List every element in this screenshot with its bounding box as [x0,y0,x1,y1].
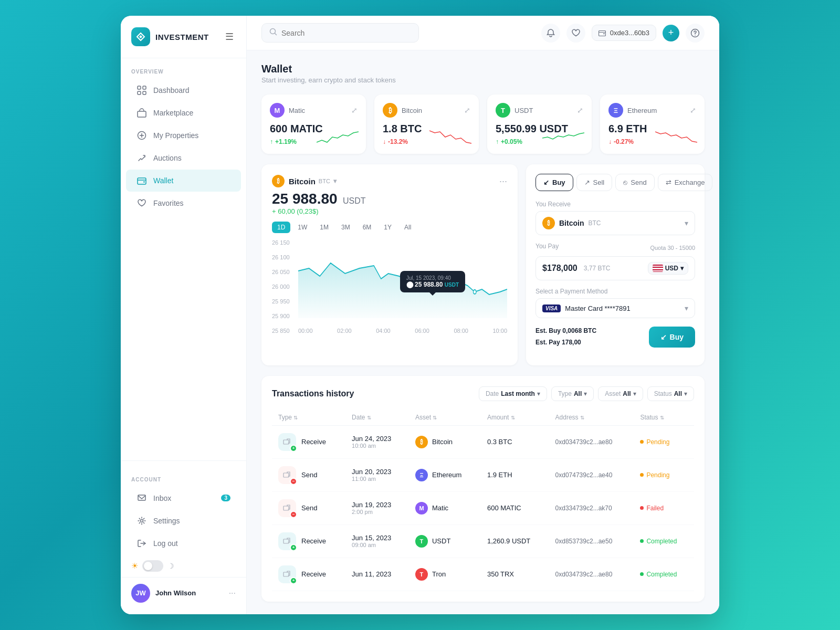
favorites-button[interactable] [566,24,585,43]
table-row: − Send Jun 19, 2023 2:00 pm M Matic 600 … [272,491,694,524]
receive-coin-symbol: BTC [588,219,601,227]
col-date: Date ⇅ [345,410,409,426]
expand-icon[interactable]: ⤢ [690,106,696,114]
tx-date: Jun 19, 2023 [352,501,403,509]
expand-icon[interactable]: ⤢ [351,106,358,114]
tx-date-cell: Jun 15, 2023 09:00 am [345,524,409,558]
tx-amount-cell: 0.3 BTC [481,425,549,458]
payment-method-selector[interactable]: VISA Master Card ****7891 ▾ [536,298,695,318]
trade-card: ↙ Buy ↗ Sell ⎋ Send ⇄ Ex [526,164,705,365]
tx-time: 09:00 am [352,542,403,548]
logout-icon [136,538,147,549]
currency-selector[interactable]: USD ▾ [648,262,688,275]
search-input[interactable] [281,29,411,37]
send-tab[interactable]: ⎋ Send [615,174,654,191]
chevron-down-icon: ▾ [685,304,688,312]
sell-tab[interactable]: ↗ Sell [576,174,613,191]
period-1w[interactable]: 1W [292,222,312,233]
tx-date: Jun 11, 2023 [352,570,403,578]
wallet-address-text: 0xde3...60b3 [610,29,649,37]
filter-type-button[interactable]: Type All ▾ [551,386,594,401]
est-row: Est. Buy 0,0068 BTC Est. Pay 178,00 ↙ Bu… [536,326,695,348]
usdt-icon: T [496,103,510,118]
period-1y[interactable]: 1Y [379,222,397,233]
help-button[interactable] [686,24,705,43]
expand-icon[interactable]: ⤢ [464,106,470,114]
pay-btc: 3,77 BTC [584,265,611,272]
tx-status-cell: Pending [634,458,694,491]
sidebar-item-settings[interactable]: Settings [126,510,241,532]
tx-type-label: Receive [301,570,326,578]
chart-more-icon[interactable]: ··· [499,176,507,187]
col-address: Address ⇅ [549,410,634,426]
tx-date: Jun 15, 2023 [352,534,403,542]
sun-icon: ☀ [131,561,138,571]
coin-selector[interactable]: Bitcoin BTC ▾ [289,177,337,186]
period-1d[interactable]: 1D [272,222,290,233]
avatar: JW [131,584,150,603]
table-row: − Send Jun 20, 2023 11:00 am Ξ Ethereum … [272,458,694,491]
tx-asset-icon: ₿ [415,436,428,448]
tx-direction-badge: + [290,544,297,551]
account-section: ACCOUNT Inbox 3 Settings Log out [121,460,246,614]
svg-rect-19 [284,539,289,543]
chart-change: + 60,00 (0,23$) [272,207,507,215]
sidebar-item-label: Marketplace [153,109,193,117]
sidebar-item-my-properties[interactable]: My Properties [126,124,241,146]
tx-type-cell: − Send [272,458,345,491]
sidebar-item-auctions[interactable]: Auctions [126,147,241,169]
filter-asset-button[interactable]: Asset All ▾ [598,386,643,401]
notifications-button[interactable] [541,24,560,43]
status-badge: Pending [640,438,688,446]
svg-point-13 [695,35,696,36]
chart-coin-name: Bitcoin [289,177,316,186]
add-button[interactable]: + [663,25,679,41]
est-pay-value: 178,00 [562,339,581,346]
bitcoin-name: Bitcoin [402,107,422,114]
marketplace-icon [136,108,147,118]
col-status: Status ⇅ [634,410,694,426]
sidebar-item-inbox[interactable]: Inbox 3 [126,487,241,509]
exchange-tab[interactable]: ⇄ Exchange [658,174,713,191]
hamburger-button[interactable]: ☰ [223,29,236,45]
chart-y-labels: 26 150 26 100 26 050 26 000 25 950 25 90… [272,239,298,334]
expand-icon[interactable]: ⤢ [577,106,583,114]
period-6m[interactable]: 6M [358,222,377,233]
chart-price-unit: USDT [343,196,366,205]
usdt-name: USDT [514,107,533,114]
buy-icon: ↙ [543,178,549,186]
tx-asset-name: Ethereum [432,471,461,479]
search-box[interactable] [261,23,419,43]
sidebar-item-marketplace[interactable]: Marketplace [126,102,241,124]
wallet-card-usdt: T USDT ⤢ 5,550.99 USDT ↑ +0.05% [487,94,592,154]
sidebar-item-logout[interactable]: Log out [126,532,241,554]
settings-icon [136,516,147,526]
filter-status-button[interactable]: Status All ▾ [647,386,694,401]
svg-rect-4 [138,111,146,117]
trade-tabs: ↙ Buy ↗ Sell ⎋ Send ⇄ Ex [536,174,695,191]
period-3m[interactable]: 3M [336,222,355,233]
topbar: 0xde3...60b3 + [247,16,719,50]
tx-asset-cell: T Tron [409,558,481,591]
user-options-icon[interactable]: ··· [229,589,236,598]
tx-asset-cell: Ξ Ethereum [409,458,481,491]
buy-tab[interactable]: ↙ Buy [536,174,573,191]
period-1m[interactable]: 1M [314,222,334,233]
topbar-actions: 0xde3...60b3 + [541,24,705,43]
tx-asset-cell: ₿ Bitcoin [409,425,481,458]
receive-coin-selector[interactable]: ₿ Bitcoin BTC ▾ [536,211,695,235]
sidebar-item-dashboard[interactable]: Dashboard [126,79,241,101]
sidebar-item-wallet[interactable]: Wallet [126,170,241,192]
table-row: + Receive Jun 24, 2023 10:00 am ₿ Bitcoi… [272,425,694,458]
status-dot [640,539,644,543]
buy-button[interactable]: ↙ Buy [649,327,695,348]
status-badge: Completed [640,571,688,578]
period-all[interactable]: All [399,222,416,233]
chart-card: ₿ Bitcoin BTC ▾ ··· 25 988.80 USDT + 60,… [261,164,518,365]
theme-toggle[interactable] [142,560,163,572]
filter-date-button[interactable]: Date Last month ▾ [479,386,547,401]
sidebar-item-favorites[interactable]: Favorites [126,192,241,214]
auctions-icon [136,153,147,163]
currency-name: USD [665,265,678,272]
tx-amount-cell: 350 TRX [481,558,549,591]
